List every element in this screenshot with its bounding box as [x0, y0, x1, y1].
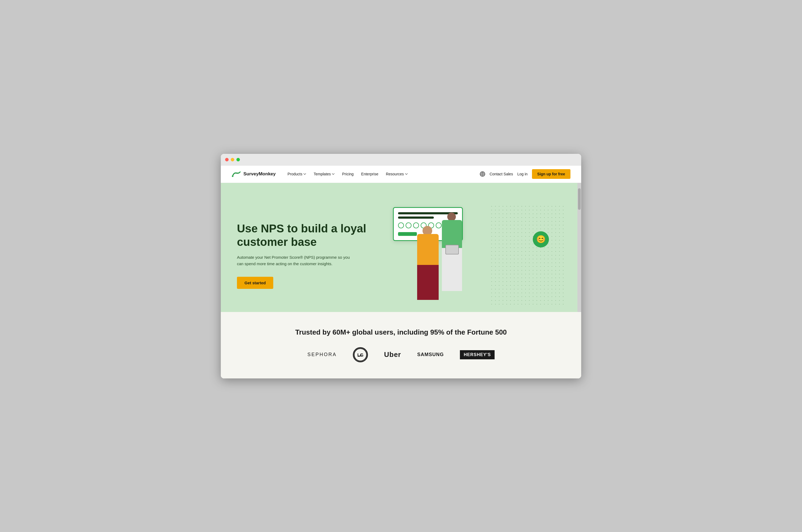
- uber-logo: Uber: [384, 350, 401, 359]
- chevron-down-icon: [332, 173, 335, 175]
- lg-logo-svg: LG: [354, 347, 367, 362]
- browser-window: SurveyMonkey Products Templates Pricing: [221, 154, 581, 378]
- dotted-background: [490, 204, 565, 307]
- nav-enterprise[interactable]: Enterprise: [358, 170, 382, 178]
- minimize-button[interactable]: [231, 158, 234, 162]
- svg-text:LG: LG: [357, 352, 363, 358]
- emoji-badge: 😊: [533, 231, 549, 247]
- person2: [436, 210, 468, 312]
- person2-head: [447, 212, 456, 221]
- surveymonkey-logo-icon: [232, 170, 241, 178]
- nav-templates[interactable]: Templates: [310, 170, 338, 178]
- browser-chrome: [221, 154, 581, 166]
- maximize-button[interactable]: [236, 158, 240, 162]
- navbar: SurveyMonkey Products Templates Pricing: [221, 166, 581, 183]
- scrollbar[interactable]: [577, 183, 581, 312]
- trusted-section: Trusted by 60M+ global users, including …: [221, 312, 581, 378]
- logo-text: SurveyMonkey: [243, 171, 276, 177]
- contact-sales-link[interactable]: Contact Sales: [490, 172, 513, 176]
- tablet: [445, 245, 459, 254]
- nav-links: Products Templates Pricing Enterprise: [284, 170, 411, 178]
- hero-visual: 😊: [377, 199, 565, 312]
- nav-resources[interactable]: Resources: [383, 170, 411, 178]
- hero-subtitle: Automate your Net Promoter Score® (NPS) …: [237, 254, 355, 267]
- hersheys-logo: HERSHEY'S: [460, 350, 495, 359]
- person2-pants: [442, 248, 462, 291]
- chevron-down-icon: [303, 173, 306, 175]
- hero-content: Use NPS to build a loyal customer base A…: [237, 222, 377, 289]
- trusted-title: Trusted by 60M+ global users, including …: [242, 328, 560, 337]
- samsung-logo: SAMSUNG: [417, 352, 444, 358]
- nav-products[interactable]: Products: [284, 170, 309, 178]
- globe-icon[interactable]: [480, 171, 485, 177]
- nav-pricing[interactable]: Pricing: [339, 170, 357, 178]
- hero-section: Use NPS to build a loyal customer base A…: [221, 183, 581, 312]
- brand-logos-row: SEPHORA LG Uber SAMSUNG HERSHEY'S: [242, 347, 560, 362]
- person1-torso: [417, 234, 439, 266]
- svg-point-0: [232, 175, 233, 177]
- hero-title: Use NPS to build a loyal customer base: [237, 222, 377, 249]
- sephora-logo: SEPHORA: [307, 352, 337, 358]
- logo[interactable]: SurveyMonkey: [232, 170, 276, 178]
- scrollbar-thumb[interactable]: [578, 188, 581, 210]
- login-link[interactable]: Log in: [517, 172, 528, 176]
- nav-right: Contact Sales Log in Sign up for free: [480, 169, 570, 179]
- close-button[interactable]: [225, 158, 229, 162]
- people-illustration: [398, 210, 484, 312]
- signup-button[interactable]: Sign up for free: [532, 169, 570, 179]
- chevron-down-icon: [405, 173, 408, 175]
- person1-pants: [417, 265, 439, 300]
- nav-left: SurveyMonkey Products Templates Pricing: [232, 170, 411, 178]
- lg-logo: LG: [353, 347, 368, 362]
- get-started-button[interactable]: Get started: [237, 277, 273, 289]
